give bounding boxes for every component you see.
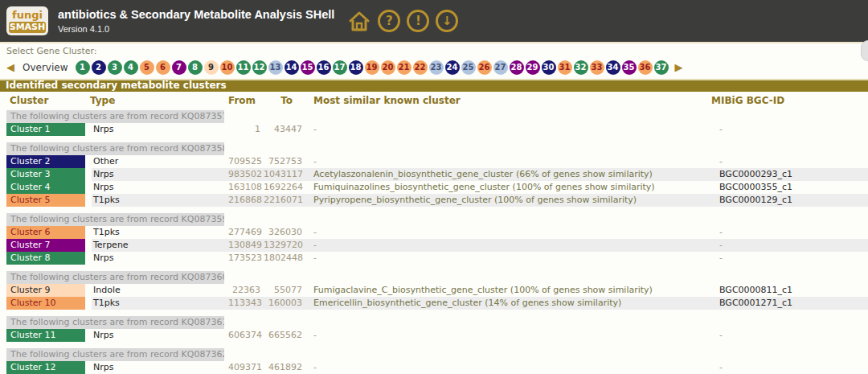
cluster-circle-28[interactable]: 28 — [510, 60, 524, 75]
cluster-circle-6[interactable]: 6 — [156, 60, 170, 75]
cluster-circle-17[interactable]: 17 — [333, 60, 347, 75]
cluster-circle-5[interactable]: 5 — [140, 60, 154, 75]
cluster-circle-34[interactable]: 34 — [606, 60, 620, 75]
cluster-label[interactable]: Cluster 8 — [3, 252, 88, 265]
cluster-label[interactable]: Cluster 5 — [3, 194, 88, 207]
scrollbar-fragment[interactable] — [861, 40, 868, 61]
cluster-circle-18[interactable]: 18 — [349, 60, 363, 75]
cluster-to: 1329720 — [262, 239, 304, 252]
cluster-circle-10[interactable]: 10 — [220, 60, 235, 75]
group-gap-cell — [3, 207, 868, 213]
cluster-from: 1735237 — [227, 252, 262, 265]
cluster-circle-25[interactable]: 25 — [461, 60, 476, 75]
mibig-bgc-id[interactable]: BGC0000129_c1 — [710, 194, 868, 207]
mibig-bgc-id[interactable]: BGC0001271_c1 — [710, 297, 868, 310]
help-icon[interactable]: ? — [378, 10, 400, 32]
mibig-bgc-id: - — [710, 252, 868, 265]
cluster-circle-30[interactable]: 30 — [542, 60, 556, 75]
next-cluster-arrow[interactable]: ▶ — [675, 60, 683, 75]
cluster-label[interactable]: Cluster 10 — [3, 297, 88, 310]
cluster-circle-11[interactable]: 11 — [236, 60, 251, 75]
version-label: Version 4.1.0 — [58, 24, 334, 34]
most-similar-cluster: Fumiquinazolines_biosynthetic_gene_clust… — [304, 181, 710, 194]
cluster-label[interactable]: Cluster 7 — [3, 239, 88, 252]
cluster-label[interactable]: Cluster 11 — [3, 329, 88, 342]
table-row: Cluster 6T1pks277469326030-- — [3, 226, 868, 239]
cluster-circle-33[interactable]: 33 — [590, 60, 604, 75]
cluster-label[interactable]: Cluster 9 — [3, 284, 88, 297]
mibig-bgc-id: - — [710, 239, 868, 252]
cluster-circle-3[interactable]: 3 — [108, 60, 122, 75]
record-empty-cell — [262, 110, 304, 123]
cluster-circles: 1234567891011121314151617181920212223242… — [76, 60, 670, 75]
cluster-circle-37[interactable]: 37 — [654, 60, 669, 75]
cluster-from: 606374 — [227, 329, 262, 342]
cluster-circle-35[interactable]: 35 — [622, 60, 637, 75]
cluster-circle-4[interactable]: 4 — [124, 60, 138, 75]
cluster-circle-19[interactable]: 19 — [365, 60, 379, 75]
page-title: antibiotics & Secondary Metabolite Analy… — [58, 8, 334, 22]
cluster-circle-24[interactable]: 24 — [445, 60, 460, 75]
cluster-type: Other — [88, 155, 227, 168]
table-row: Cluster 1Nrps143447-- — [3, 123, 868, 136]
prev-cluster-arrow[interactable]: ◀ — [6, 60, 14, 75]
cluster-label[interactable]: Cluster 4 — [3, 181, 88, 194]
cluster-circle-7[interactable]: 7 — [172, 60, 186, 75]
download-icon[interactable]: ↓ — [436, 10, 458, 32]
cluster-circle-26[interactable]: 26 — [477, 60, 492, 75]
cluster-circle-29[interactable]: 29 — [526, 60, 540, 75]
cluster-to: 1802448 — [262, 252, 304, 265]
home-icon[interactable] — [347, 9, 371, 33]
notices-icon[interactable]: ! — [407, 10, 429, 32]
cluster-circle-23[interactable]: 23 — [429, 60, 444, 75]
cluster-circle-13[interactable]: 13 — [268, 60, 283, 75]
cluster-circle-27[interactable]: 27 — [493, 60, 508, 75]
fungismash-logo[interactable]: fungi SMASH — [6, 6, 48, 35]
cluster-circle-9[interactable]: 9 — [204, 60, 219, 75]
cluster-circle-2[interactable]: 2 — [92, 60, 106, 75]
most-similar-cluster: - — [304, 123, 710, 136]
table-row: Cluster 2Other709525752753-- — [3, 155, 868, 168]
cluster-circle-31[interactable]: 31 — [558, 60, 572, 75]
cluster-label[interactable]: Cluster 2 — [3, 155, 88, 168]
cluster-label[interactable]: Cluster 3 — [3, 168, 88, 181]
record-label: The following clusters are from record K… — [3, 271, 227, 284]
mibig-bgc-id[interactable]: BGC0000355_c1 — [710, 181, 868, 194]
cluster-circle-14[interactable]: 14 — [285, 60, 299, 75]
mibig-bgc-id[interactable]: BGC0000811_c1 — [710, 284, 868, 297]
table-row: Cluster 3Nrps9835021043117Acetylaszonale… — [3, 168, 868, 181]
cluster-label[interactable]: Cluster 1 — [3, 123, 88, 136]
col-header-from: From — [227, 92, 262, 110]
cluster-circle-21[interactable]: 21 — [397, 60, 411, 75]
cluster-label[interactable]: Cluster 6 — [3, 226, 88, 239]
record-empty-cell — [262, 142, 304, 155]
record-label: The following clusters are from record K… — [3, 142, 227, 155]
record-empty-cell — [304, 213, 710, 226]
tab-overview[interactable]: Overview — [23, 62, 68, 73]
cluster-circle-15[interactable]: 15 — [301, 60, 315, 75]
group-gap — [3, 136, 868, 142]
cluster-to: 461892 — [262, 361, 304, 374]
record-empty-cell — [710, 316, 868, 329]
cluster-to: 326030 — [262, 226, 304, 239]
col-header-to: To — [262, 92, 304, 110]
group-gap-cell — [3, 310, 868, 316]
most-similar-cluster: - — [304, 329, 710, 342]
cluster-circle-32[interactable]: 32 — [574, 60, 588, 75]
mibig-bgc-id[interactable]: BGC0000293_c1 — [710, 168, 868, 181]
cluster-label[interactable]: Cluster 12 — [3, 361, 88, 374]
group-gap-cell — [3, 265, 868, 271]
record-empty-cell — [227, 142, 262, 155]
record-empty-cell — [227, 348, 262, 361]
cluster-circle-8[interactable]: 8 — [188, 60, 203, 75]
most-similar-cluster: Fumigaclavine_C_biosynthetic_gene_cluste… — [304, 284, 710, 297]
cluster-circle-12[interactable]: 12 — [252, 60, 267, 75]
record-empty-cell — [262, 271, 304, 284]
cluster-circle-1[interactable]: 1 — [76, 60, 90, 75]
cluster-circle-22[interactable]: 22 — [413, 60, 428, 75]
record-label: The following clusters are from record K… — [3, 348, 227, 361]
cluster-circle-16[interactable]: 16 — [317, 60, 331, 75]
cluster-from: 277469 — [227, 226, 262, 239]
cluster-circle-20[interactable]: 20 — [381, 60, 395, 75]
cluster-circle-36[interactable]: 36 — [638, 60, 653, 75]
